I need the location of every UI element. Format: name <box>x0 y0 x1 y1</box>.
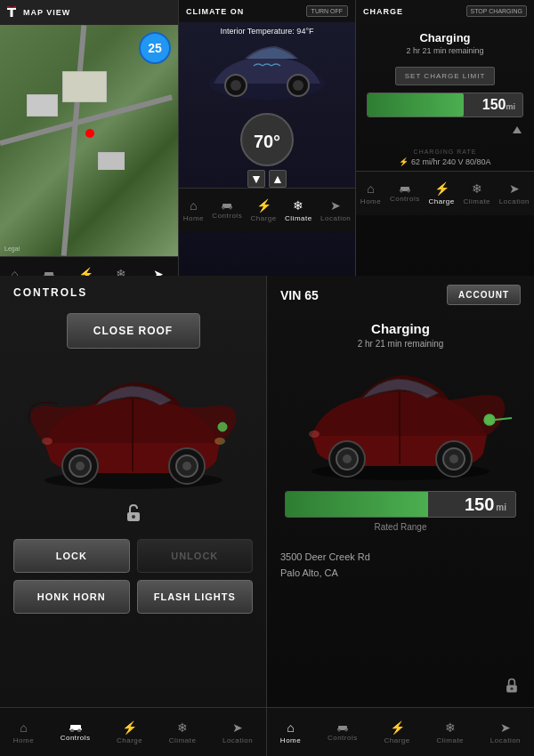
action-buttons-row: HONK HORN FLASH LIGHTS <box>13 580 253 614</box>
turn-off-button[interactable]: TURN OFF <box>306 5 348 17</box>
charge-home-icon: ⌂ <box>367 181 374 196</box>
climate-car-illustration <box>196 37 338 109</box>
svg-point-49 <box>309 430 320 438</box>
controls-nav-climate[interactable]: ❄ Climate <box>169 720 197 744</box>
charge-nav-controls-label: Controls <box>390 195 420 203</box>
vin-lock-icon <box>503 677 521 695</box>
charging-title: Charging <box>356 31 534 44</box>
nav-location[interactable]: ➤ Location <box>143 267 174 276</box>
svg-point-51 <box>510 688 513 690</box>
nav-controls[interactable]: Controls <box>34 269 64 276</box>
temp-down-button[interactable]: ▼ <box>247 170 265 188</box>
vin-nav-controls[interactable]: Controls <box>328 723 358 742</box>
climate-panel: CLIMATE ON TURN OFF Interior Temperature… <box>178 0 356 276</box>
unlock-button[interactable]: UNLOCK <box>137 539 254 573</box>
ctrl-charge-icon: ⚡ <box>122 720 137 735</box>
controls-car-svg <box>13 363 254 492</box>
charging-status: Charging 2 hr 21 min remaining <box>356 22 534 60</box>
climate-nav-climate[interactable]: ❄ Climate <box>285 198 312 222</box>
controls-nav-home[interactable]: ⌂ Home <box>13 720 34 744</box>
address-line1: 3500 Deer Creek Rd <box>280 550 521 566</box>
nav-charge[interactable]: ⚡ Charge <box>72 267 98 276</box>
charge-nav-home[interactable]: ⌂ Home <box>360 181 381 205</box>
charge-nav-home-label: Home <box>360 197 381 205</box>
temp-up-button[interactable]: ▲ <box>269 170 287 188</box>
controls-nav-location[interactable]: ➤ Location <box>222 720 253 744</box>
controls-nav-controls[interactable]: Controls <box>61 722 91 742</box>
charge-nav-location-label: Location <box>499 197 530 205</box>
svg-point-46 <box>449 454 458 463</box>
vin-battery-bar: 150mi Rated Range <box>285 491 516 532</box>
ctrl-climate-icon: ❄ <box>177 720 188 735</box>
svg-point-56 <box>344 728 347 731</box>
address-line2: Palo Alto, CA <box>280 566 521 582</box>
climate-climate-icon: ❄ <box>293 198 303 213</box>
controls-nav-charge[interactable]: ⚡ Charge <box>117 720 142 744</box>
vin-panel: VIN 65 ACCOUNT Charging 2 hr 21 min rema… <box>267 276 534 756</box>
vin-nav-controls-label: Controls <box>328 734 358 742</box>
ctrl-nav-climate-label: Climate <box>169 736 197 744</box>
vin-bottom-nav: ⌂ Home Controls ⚡ Charge ❄ Climate ➤ Loc… <box>267 707 534 756</box>
temp-circle: 70° <box>240 113 294 166</box>
svg-point-28 <box>182 462 191 470</box>
climate-nav-charge[interactable]: ⚡ Charge <box>251 198 277 222</box>
climate-nav-controls[interactable]: Controls <box>212 201 242 220</box>
vin-nav-location-label: Location <box>490 736 521 744</box>
charge-nav-controls[interactable]: Controls <box>390 184 420 203</box>
lock-unlock-row: LOCK UNLOCK <box>13 539 253 573</box>
charge-nav-charge[interactable]: ⚡ Charge <box>428 181 454 205</box>
battery-miles-value: 150mi <box>482 97 515 113</box>
account-button[interactable]: ACCOUNT <box>447 285 521 305</box>
svg-marker-15 <box>513 126 522 133</box>
map-view-label: MAP VIEW <box>23 8 70 17</box>
map-pin <box>85 129 94 138</box>
vin-nav-location[interactable]: ➤ Location <box>490 720 521 744</box>
charge-nav-climate[interactable]: ❄ Climate <box>463 181 490 205</box>
ctrl-location-icon: ➤ <box>232 720 243 735</box>
charge-nav-location[interactable]: ➤ Location <box>499 181 530 205</box>
stop-charging-button[interactable]: STOP CHARGING <box>466 5 527 17</box>
climate-nav-home[interactable]: ⌂ Home <box>183 198 204 222</box>
vin-header: VIN 65 ACCOUNT <box>267 276 534 314</box>
lock-status-area <box>0 498 266 532</box>
charging-time: 2 hr 21 min remaining <box>356 46 534 55</box>
climate-nav-location[interactable]: ➤ Location <box>320 198 351 222</box>
climate-car-icon <box>221 201 233 210</box>
controls-panel: CONTROLS CLOSE ROOF <box>0 276 267 756</box>
vin-nav-charge-label: Charge <box>384 736 409 744</box>
nav-climate[interactable]: ❄ Climate <box>107 267 134 276</box>
climate-icon: ❄ <box>116 267 126 276</box>
ctrl-nav-charge-label: Charge <box>117 736 142 744</box>
vin-nav-home[interactable]: ⌂ Home <box>280 720 301 744</box>
charge-header: CHARGE STOP CHARGING <box>356 0 534 22</box>
vin-nav-charge[interactable]: ⚡ Charge <box>384 720 409 744</box>
flash-lights-button[interactable]: FLASH LIGHTS <box>137 580 254 614</box>
charge-nav: ⌂ Home Controls ⚡ Charge ❄ Climate ➤ Loc… <box>356 171 534 215</box>
close-roof-button[interactable]: CLOSE ROOF <box>67 313 200 349</box>
climate-nav: ⌂ Home Controls ⚡ Charge ❄ Climate ➤ Loc… <box>179 188 355 232</box>
ctrl-nav-home-label: Home <box>13 736 34 744</box>
map-panel: MAP VIEW 25 Legal ⌂ Home Controls ⚡ Char… <box>0 0 178 276</box>
location-icon: ➤ <box>153 267 164 276</box>
ctrl-home-icon: ⌂ <box>20 720 27 735</box>
lock-button[interactable]: LOCK <box>13 539 130 573</box>
charge-car-icon <box>399 184 411 193</box>
vin-nav-climate[interactable]: ❄ Climate <box>436 720 464 744</box>
controls-title: CONTROLS <box>0 276 266 306</box>
ctrl-nav-location-label: Location <box>222 736 253 744</box>
vin-charging-status: Charging 2 hr 21 min remaining <box>267 314 534 353</box>
nav-home[interactable]: ⌂ Home <box>4 267 25 276</box>
battery-bar: 150mi <box>367 92 523 137</box>
charge-panel: CHARGE STOP CHARGING Charging 2 hr 21 mi… <box>356 0 534 276</box>
charging-rate-label: CHARGING RATE <box>356 149 534 155</box>
honk-horn-button[interactable]: HONK HORN <box>13 580 130 614</box>
svg-point-33 <box>132 515 135 519</box>
set-charge-limit-button[interactable]: SET CHARGE LIMIT <box>395 67 496 85</box>
svg-point-20 <box>407 190 409 193</box>
svg-point-9 <box>293 80 303 91</box>
svg-point-14 <box>230 207 232 210</box>
svg-point-47 <box>484 414 495 425</box>
climate-nav-controls-label: Controls <box>212 212 242 220</box>
climate-nav-charge-label: Charge <box>251 214 277 222</box>
vin-charge-icon: ⚡ <box>390 720 405 735</box>
